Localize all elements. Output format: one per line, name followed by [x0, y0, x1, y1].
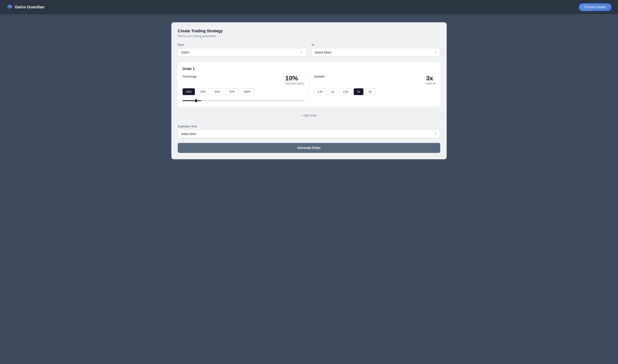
order-1-card: Order 1 Percentage 10% 100.0000 USDC 10%… — [178, 62, 440, 107]
multiplier-value: 3x — [426, 75, 435, 81]
order-1-title: Order 1 — [183, 67, 435, 71]
card-subtitle: Define your trading parameters — [178, 35, 440, 38]
multiplier-btn-group: 1.5x 2x 2.5x 3x 5x — [314, 88, 436, 95]
multiplier-btn-2x[interactable]: 2x — [328, 88, 338, 95]
from-group: From USDC USDT DAI ETH — [178, 43, 307, 57]
multiplier-header: Multiplier 3x $300.00 — [314, 75, 436, 85]
connect-wallet-button[interactable]: Connect Wallet — [579, 3, 612, 11]
percentage-btn-50[interactable]: 50% — [211, 88, 224, 95]
percentage-header: Percentage 10% 100.0000 USDC — [183, 75, 304, 85]
percentage-slider-container — [183, 98, 304, 102]
expiration-select[interactable]: Select time 1 hour 4 hours 24 hours 1 we… — [178, 130, 440, 138]
to-select[interactable]: Select token BTC ETH SOL MATIC — [311, 48, 440, 57]
multiplier-btn-3x[interactable]: 3x — [354, 88, 363, 95]
percentage-btn-group: 10% 25% 50% 70% 100% — [183, 88, 304, 95]
percentage-btn-100[interactable]: 100% — [240, 88, 254, 95]
percentage-value: 10% — [285, 75, 304, 81]
card-title: Create Trading Strategy — [178, 29, 440, 33]
percentage-label: Percentage — [183, 75, 197, 78]
logo-icon — [6, 4, 13, 10]
token-selection-row: From USDC USDT DAI ETH To Select token B… — [178, 43, 440, 57]
percentage-slider[interactable] — [183, 100, 304, 101]
multiplier-btn-1-5x[interactable]: 1.5x — [314, 88, 326, 95]
percentage-btn-25[interactable]: 25% — [197, 88, 209, 95]
multiplier-btn-2-5x[interactable]: 2.5x — [340, 88, 352, 95]
multiplier-value-container: 3x $300.00 — [426, 75, 435, 85]
from-label: From — [178, 43, 307, 46]
order-1-content: Percentage 10% 100.0000 USDC 10% 25% 50%… — [183, 75, 435, 102]
percentage-value-container: 10% 100.0000 USDC — [285, 75, 304, 85]
percentage-section: Percentage 10% 100.0000 USDC 10% 25% 50%… — [183, 75, 309, 102]
percentage-btn-70[interactable]: 70% — [226, 88, 238, 95]
to-group: To Select token BTC ETH SOL MATIC — [311, 43, 440, 57]
logo-container: Gains Guardian — [6, 4, 44, 10]
generate-order-button[interactable]: Generate Order — [178, 143, 440, 153]
percentage-btn-10[interactable]: 10% — [183, 88, 195, 95]
multiplier-btn-5x[interactable]: 5x — [365, 88, 375, 95]
multiplier-label: Multiplier — [314, 75, 325, 78]
app-header: Gains Guardian Connect Wallet — [0, 0, 618, 14]
multiplier-sub: $300.00 — [426, 82, 435, 85]
app-title: Gains Guardian — [15, 5, 44, 9]
to-label: To — [311, 43, 440, 46]
expiration-label: Expiration Time — [178, 125, 440, 128]
expiration-section: Expiration Time Select time 1 hour 4 hou… — [178, 125, 440, 138]
strategy-card: Create Trading Strategy Define your trad… — [171, 22, 447, 159]
main-content: Create Trading Strategy Define your trad… — [0, 14, 618, 167]
multiplier-section: Multiplier 3x $300.00 1.5x 2x 2.5x 3x 5x — [309, 75, 436, 98]
percentage-sub: 100.0000 USDC — [285, 82, 304, 85]
add-order-button[interactable]: + Add Order — [178, 111, 440, 120]
from-select[interactable]: USDC USDT DAI ETH — [178, 48, 307, 57]
